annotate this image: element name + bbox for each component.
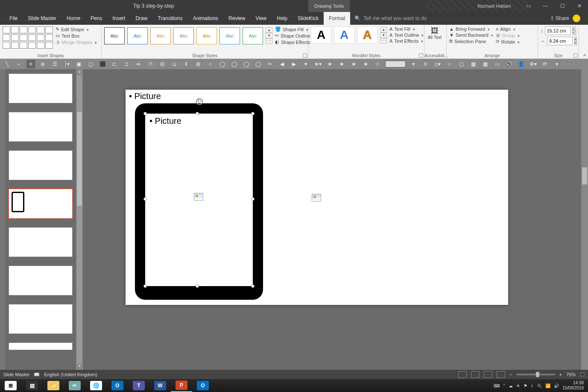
outer-picture-placeholder-label[interactable]: • Picture (129, 91, 161, 101)
tray-network-icon[interactable]: 📶 (545, 383, 550, 388)
qat-weight-2-icon[interactable]: ≣ (38, 60, 47, 68)
close-button[interactable]: ✕ (571, 0, 588, 12)
zoom-in-button[interactable]: + (559, 372, 562, 377)
minimize-button[interactable]: — (537, 0, 554, 12)
tab-insert[interactable]: Insert (107, 12, 130, 25)
qat-line-icon[interactable]: ╲ (3, 60, 11, 68)
selection-pane-button[interactable]: ⧉Selection Pane (449, 38, 493, 44)
task-view-button[interactable]: ▤ (21, 379, 43, 392)
qat-flag2-icon[interactable]: ▶ (290, 60, 298, 68)
layout-thumbnail-6[interactable] (9, 266, 73, 295)
shape-style-7[interactable]: Abc (243, 27, 263, 44)
qat-star4-icon[interactable]: ★ (349, 60, 358, 68)
shape-style-3[interactable]: Abc (150, 27, 171, 44)
qat-grid1-icon[interactable]: ▦ (469, 60, 477, 68)
taskbar-snip[interactable]: ✂ (64, 379, 85, 392)
maximize-button[interactable]: ☐ (554, 0, 571, 12)
selection-handle[interactable] (251, 197, 255, 201)
text-fill-button[interactable]: AText Fill (389, 26, 424, 32)
text-box-button[interactable]: ▭Text Box (56, 33, 97, 38)
tab-slidekick[interactable]: SlideKick (293, 12, 324, 25)
taskbar-chrome[interactable]: 🌐 (85, 379, 107, 392)
status-language[interactable]: English (United Kingdom) (44, 372, 97, 377)
qat-flip-icon[interactable]: ⤭ (421, 60, 430, 68)
qat-star3-icon[interactable]: ★ (337, 60, 346, 68)
zoom-out-button[interactable]: − (509, 372, 512, 377)
size-dialog-launcher[interactable] (573, 53, 578, 58)
selection-handle[interactable] (196, 284, 199, 288)
qat-color-well[interactable] (385, 61, 406, 67)
shape-height-input[interactable] (545, 26, 570, 35)
normal-view-button[interactable] (458, 371, 467, 378)
tab-home[interactable]: Home (61, 12, 85, 25)
height-spinner[interactable]: ▴▾ (572, 26, 576, 35)
layout-thumbnail-7[interactable] (9, 304, 73, 334)
qat-settings-icon[interactable]: ⚙▾ (529, 60, 537, 68)
wordart-gallery[interactable]: A A A ▴▾⋯ (311, 26, 387, 44)
qat-circle5-icon[interactable]: ◯ (254, 60, 262, 68)
qat-align-right-icon[interactable]: ⊐ (122, 60, 131, 68)
slideshow-view-button[interactable] (497, 371, 505, 378)
rotate-button[interactable]: ⟳Rotate (496, 39, 520, 44)
inner-picture-placeholder[interactable]: • Picture (145, 114, 253, 286)
layout-thumbnail-2[interactable] (9, 112, 73, 142)
qat-send-back-icon[interactable]: ▢ (86, 60, 95, 68)
zoom-slider-thumb[interactable] (536, 372, 539, 377)
shape-style-4[interactable]: Abc (173, 27, 194, 44)
taskbar-word[interactable]: W (149, 379, 171, 392)
group-button[interactable]: ▣Group (496, 32, 520, 38)
qat-cut-icon[interactable]: ✂ (266, 60, 274, 68)
fit-to-window-button[interactable]: ⛶ (580, 372, 585, 377)
wordart-style-3[interactable]: A (357, 26, 377, 44)
sorter-view-button[interactable] (471, 371, 480, 378)
tray-power-icon[interactable]: 🔌 (537, 383, 542, 388)
send-backward-button[interactable]: ▼Send Backward (449, 32, 493, 38)
tray-onedrive-icon[interactable]: ☁ (509, 383, 513, 388)
tab-view[interactable]: View (250, 12, 272, 25)
text-outline-button[interactable]: AText Outline (389, 32, 424, 38)
qat-circle3-icon[interactable]: ◯ (230, 60, 238, 68)
tell-me-search[interactable]: 🔍 Tell me what you want to do (350, 15, 427, 21)
bring-forward-button[interactable]: ▲Bring Forward (449, 26, 493, 32)
outline-bar[interactable] (0, 69, 5, 370)
shape-width-input[interactable] (547, 37, 573, 45)
user-name[interactable]: Rachael Hattam (477, 3, 511, 9)
wordart-dialog-launcher[interactable] (419, 53, 423, 58)
qat-circle2-icon[interactable]: ◯ (218, 60, 226, 68)
qat-grid2-icon[interactable]: ▦ (481, 60, 489, 68)
wordart-style-1[interactable]: A (311, 26, 331, 44)
wordart-style-2[interactable]: A (334, 26, 354, 44)
taskbar-teams[interactable]: T (128, 379, 149, 392)
taskbar-file-explorer[interactable]: 📁 (43, 379, 64, 392)
layout-thumbnail-8[interactable] (9, 342, 73, 350)
picture-placeholder-icon-right[interactable] (312, 194, 321, 202)
layout-thumbnail-3[interactable] (9, 150, 73, 180)
start-button[interactable]: ⊞ (0, 379, 21, 392)
layout-thumbnail-4[interactable] (9, 189, 73, 219)
qat-circle1-icon[interactable]: ○ (206, 60, 214, 68)
tab-format[interactable]: Format (324, 12, 350, 25)
tab-slide-master[interactable]: Slide Master (23, 12, 61, 25)
feedback-smiley-icon[interactable]: ☺ (573, 15, 580, 22)
align-button[interactable]: ≡Align (496, 26, 520, 32)
qat-shape1-icon[interactable]: ◇▾ (433, 60, 442, 68)
selection-handle[interactable] (196, 112, 199, 115)
shapes-gallery[interactable] (3, 26, 53, 49)
taskbar-outlook[interactable]: O (107, 379, 128, 392)
qat-flag1-icon[interactable]: ◀ (278, 60, 286, 68)
qat-align-top-icon[interactable]: ⊓ (146, 60, 155, 68)
qat-sound-icon[interactable]: 🔊 (505, 60, 513, 68)
tab-draw[interactable]: Draw (130, 12, 152, 25)
share-button[interactable]: ⇪ Share (550, 15, 569, 21)
tab-transitions[interactable]: Transitions (152, 12, 187, 25)
qat-align-left-icon[interactable]: ⬛ (98, 60, 107, 68)
qat-star2-icon[interactable]: ★ (325, 60, 334, 68)
tray-expand-icon[interactable]: ˄ (503, 383, 505, 388)
canvas-vertical-scrollbar[interactable] (581, 69, 588, 370)
qat-more-icon[interactable]: ▾ (553, 60, 561, 68)
layout-thumbnail-1[interactable] (9, 73, 73, 103)
tab-pens[interactable]: Pens (85, 12, 107, 25)
picture-placeholder-icon-inner[interactable] (194, 193, 203, 201)
wordart-more[interactable]: ▴▾⋯ (380, 27, 387, 44)
rotation-handle[interactable] (196, 98, 203, 105)
